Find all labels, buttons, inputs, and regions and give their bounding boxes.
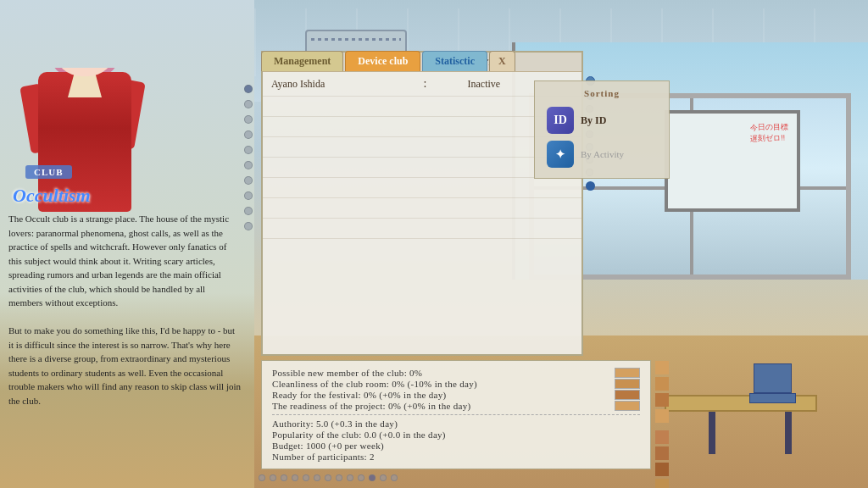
club-description: The Occult club is a strange place. The … [8, 212, 242, 408]
stat-bar-2 [615, 379, 640, 389]
page-dot[interactable] [391, 474, 398, 481]
sort-star-icon: ✦ [547, 141, 574, 168]
scroll-dot[interactable] [244, 130, 253, 139]
stat-color-block [655, 479, 669, 488]
table-row-empty-7 [263, 219, 581, 239]
tab-statistic[interactable]: Statisctic [422, 51, 487, 71]
whiteboard-text: 今日の目標遅刻ゼロ!! [750, 121, 789, 145]
page-dot[interactable] [270, 474, 276, 481]
stats-divider [272, 414, 640, 415]
scroll-dot[interactable] [244, 161, 253, 169]
scroll-dot[interactable] [244, 191, 253, 200]
stat-color-block [655, 409, 669, 423]
page-dots-row [259, 474, 398, 481]
scroll-dot[interactable] [244, 146, 253, 154]
scroll-dot[interactable] [244, 207, 253, 215]
whiteboard: 今日の目標遅刻ゼロ!! [665, 110, 800, 212]
page-dot[interactable] [347, 474, 353, 481]
tab-management[interactable]: Management [261, 51, 343, 71]
scroll-dot[interactable] [244, 176, 253, 185]
scroll-dot[interactable] [244, 100, 253, 108]
row-separator: : [415, 72, 459, 97]
stat-possible-new-member: Possible new member of the club: 0% [272, 368, 422, 378]
sort-by-id-label: By ID [581, 114, 606, 127]
stat-color-block [655, 393, 669, 407]
stat-cleanliness: Cleanliness of the club room: 0% (-10% i… [272, 379, 477, 389]
page-dot[interactable] [358, 474, 364, 481]
page-dot[interactable] [325, 474, 331, 481]
stat-color-block [655, 463, 669, 476]
row-indicator-dot-bottom[interactable] [586, 181, 595, 191]
sort-by-activity-label: By Activity [581, 149, 624, 159]
stat-popularity: Popularity of the club: 0.0 (+0.0 in the… [272, 430, 446, 440]
tabs-row: Management Device club Statisctic X [261, 51, 515, 71]
stat-bar-4 [615, 401, 640, 411]
chair-seat [749, 393, 796, 403]
sort-id-icon: ID [547, 107, 574, 134]
page-dot[interactable] [303, 474, 309, 481]
stat-color-block [655, 377, 669, 391]
scroll-dot[interactable] [244, 115, 253, 124]
scroll-dots [244, 85, 253, 230]
club-description-1: The Occult club is a strange place. The … [8, 214, 229, 308]
club-label: CLUB [25, 165, 72, 179]
table-row-empty-6 [263, 198, 581, 219]
stats-panel: Possible new member of the club: 0% Clea… [261, 360, 651, 469]
desk-area [648, 352, 817, 454]
stat-participants: Number of participants: 2 [272, 452, 375, 462]
page-dot[interactable] [380, 474, 387, 481]
sorting-panel: Sorting ID By ID ✦ By Activity [534, 80, 670, 179]
tab-close-button[interactable]: X [489, 51, 515, 71]
stat-readiness-project: The readiness of the project: 0% (+0% in… [272, 401, 470, 411]
member-name: Ayano Ishida [263, 72, 415, 97]
club-name: Occultism [13, 185, 91, 207]
ac-vent [311, 38, 401, 41]
sort-by-id-option[interactable]: ID By ID [542, 103, 662, 137]
left-panel: CLUB Occultism The Occult club is a stra… [0, 0, 254, 488]
sort-star-symbol: ✦ [555, 147, 565, 162]
stat-authority: Authority: 5.0 (+0.3 in the day) [272, 419, 398, 429]
stat-color-block [655, 446, 669, 460]
chair-back [754, 363, 792, 393]
page-dot[interactable] [292, 474, 298, 481]
scroll-dot[interactable] [244, 222, 253, 230]
page-dot[interactable] [314, 474, 320, 481]
page-dot[interactable] [336, 474, 342, 481]
scroll-dot[interactable] [244, 85, 253, 93]
stat-color-block [655, 430, 669, 444]
page-dot[interactable] [281, 474, 287, 481]
stat-color-spacer [655, 425, 669, 428]
chair [749, 361, 800, 429]
stat-ready-festival: Ready for the festival: 0% (+0% in the d… [272, 390, 446, 400]
tab-device-club[interactable]: Device club [345, 51, 420, 71]
sort-by-activity-option[interactable]: ✦ By Activity [542, 137, 662, 171]
stat-bar-3 [615, 390, 640, 400]
stat-bar-1 [615, 368, 640, 378]
stat-color-block [655, 361, 669, 374]
page-dot-active[interactable] [369, 474, 376, 481]
table-row-empty-5 [263, 178, 581, 198]
sort-id-label: ID [554, 114, 567, 127]
page-dot[interactable] [259, 474, 265, 481]
sorting-title: Sorting [542, 88, 662, 98]
desk-leg-left [709, 412, 715, 454]
club-description-2: But to make you do something like this, … [8, 325, 241, 406]
stat-budget: Budget: 1000 (+0 per week) [272, 441, 384, 451]
